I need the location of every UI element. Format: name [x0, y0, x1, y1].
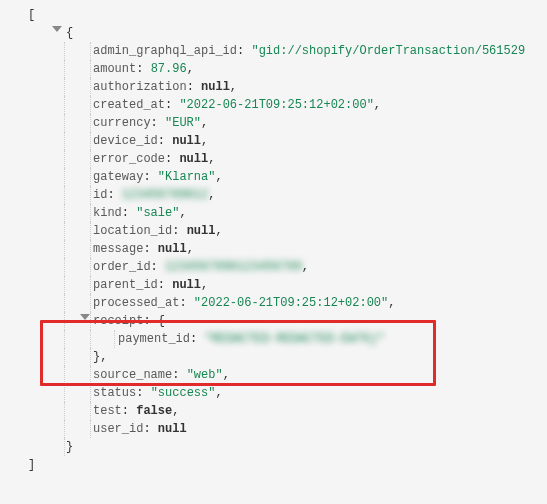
field-admin_graphql_api_id: admin_graphql_api_id: "gid://shopify/Ord… [8, 42, 539, 60]
object-close: } [8, 438, 539, 456]
field-gateway: gateway: "Klarna", [8, 168, 539, 186]
field-amount: amount: 87.96, [8, 60, 539, 78]
caret-toggle[interactable] [80, 314, 90, 320]
field-location_id: location_id: null, [8, 222, 539, 240]
redacted-value: 1234567890123456789 [165, 260, 302, 274]
field-error_code: error_code: null, [8, 150, 539, 168]
field-device_id: device_id: null, [8, 132, 539, 150]
key: admin_graphql_api_id [93, 44, 237, 58]
field-processed_at: processed_at: "2022-06-21T09:25:12+02:00… [8, 294, 539, 312]
caret-toggle[interactable] [52, 26, 62, 32]
redacted-value: "REDACTED-REDACTED-EW76j" [204, 332, 384, 346]
field-order_id: order_id: 1234567890123456789, [8, 258, 539, 276]
array-close: ] [8, 456, 539, 474]
field-parent_id: parent_id: null, [8, 276, 539, 294]
redacted-value: 123456789012 [122, 188, 208, 202]
field-status: status: "success", [8, 384, 539, 402]
field-user_id: user_id: null [8, 420, 539, 438]
field-authorization: authorization: null, [8, 78, 539, 96]
field-created_at: created_at: "2022-06-21T09:25:12+02:00", [8, 96, 539, 114]
field-kind: kind: "sale", [8, 204, 539, 222]
array-open: [ [8, 6, 539, 24]
field-message: message: null, [8, 240, 539, 258]
field-id: id: 123456789012, [8, 186, 539, 204]
field-payment_id: payment_id: "REDACTED-REDACTED-EW76j" [8, 330, 539, 348]
object-open: { [8, 24, 539, 42]
json-viewer: [ { admin_graphql_api_id: "gid://shopify… [0, 0, 547, 504]
field-receipt-close: }, [8, 348, 539, 366]
field-source_name: source_name: "web", [8, 366, 539, 384]
field-currency: currency: "EUR", [8, 114, 539, 132]
field-receipt-open: receipt: { [8, 312, 539, 330]
value: "gid://shopify/OrderTransaction/561529 [251, 44, 525, 58]
field-test: test: false, [8, 402, 539, 420]
